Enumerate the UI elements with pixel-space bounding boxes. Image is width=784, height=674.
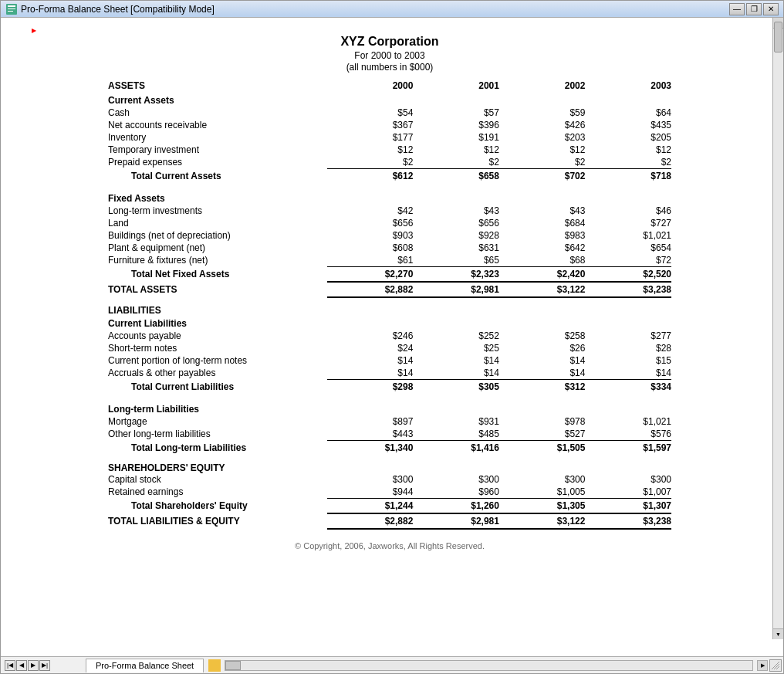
indicator-area: ▶ xyxy=(8,25,771,35)
current-liabilities-header: Current Liabilities xyxy=(108,316,327,330)
accruals-2003: $14 xyxy=(585,367,671,380)
total-ca-2000: $612 xyxy=(327,169,414,184)
total-le-2000: $2,882 xyxy=(327,513,414,529)
mortgage-row: Mortgage $897 $931 $978 $1,021 xyxy=(108,415,671,428)
furniture-fixtures-row: Furniture & fixtures (net) $61 $65 $68 $… xyxy=(108,254,671,267)
sheet-tab[interactable]: Pro-Forma Balance Sheet xyxy=(86,659,204,672)
restore-button[interactable]: ❐ xyxy=(746,3,762,15)
first-sheet-button[interactable]: |◀ xyxy=(5,660,15,671)
scroll-down-button[interactable]: ▼ xyxy=(773,628,783,639)
total-shareholders-equity-row: Total Shareholders' Equity $1,244 $1,260… xyxy=(108,499,671,514)
lt-investments-label: Long-term investments xyxy=(108,205,327,217)
close-button[interactable]: ✕ xyxy=(763,3,779,15)
stn-2003: $28 xyxy=(585,342,671,354)
window-title: Pro-Forma Balance Sheet [Compatibility M… xyxy=(21,4,729,15)
content-area: ▶ XYZ Corporation For 2000 to 2003 (all … xyxy=(1,18,783,656)
inventory-row: Inventory $177 $191 $203 $205 xyxy=(108,131,671,144)
temp-inv-2001: $12 xyxy=(413,144,499,156)
total-lt-liabilities-row: Total Long-term Liabilities $1,340 $1,41… xyxy=(108,441,671,456)
plant-equipment-label: Plant & equipment (net) xyxy=(108,242,327,254)
cash-2000: $54 xyxy=(327,107,414,119)
re-2001: $960 xyxy=(413,486,499,499)
resize-handle[interactable] xyxy=(769,659,782,672)
vertical-scrollbar[interactable]: ▲ ▼ xyxy=(772,18,783,639)
stn-2001: $25 xyxy=(413,342,499,354)
net-ar-2003: $435 xyxy=(585,119,671,131)
total-ca-2003: $718 xyxy=(585,169,671,184)
accruals-label: Accruals & other payables xyxy=(108,367,327,380)
total-nfa-label: Total Net Fixed Assets xyxy=(108,267,327,283)
column-header-row: ASSETS 2000 2001 2002 2003 xyxy=(108,79,671,93)
sheet-tab-icon xyxy=(208,659,221,672)
cash-label: Cash xyxy=(108,107,327,119)
svg-rect-3 xyxy=(8,11,13,12)
total-cl-2000: $298 xyxy=(327,380,414,395)
balance-sheet-table: ASSETS 2000 2001 2002 2003 Current Asset… xyxy=(108,79,671,530)
bottom-bar: |◀ ◀ ▶ ▶| Pro-Forma Balance Sheet ▶ xyxy=(1,656,783,673)
cash-2002: $59 xyxy=(499,107,586,119)
other-lt-2000: $443 xyxy=(327,428,414,441)
other-lt-liabilities-row: Other long-term liabilities $443 $485 $5… xyxy=(108,428,671,441)
accruals-2001: $14 xyxy=(413,367,499,380)
net-ar-2000: $367 xyxy=(327,119,414,131)
year-2000-header: 2000 xyxy=(327,79,414,93)
buildings-label: Buildings (net of depreciation) xyxy=(108,229,327,242)
mortgage-2001: $931 xyxy=(413,415,499,428)
scroll-right-end-button[interactable]: ▶ xyxy=(757,660,768,671)
ap-2003: $277 xyxy=(585,330,671,342)
title-bar: Pro-Forma Balance Sheet [Compatibility M… xyxy=(1,1,783,18)
re-2000: $944 xyxy=(327,486,414,499)
temp-inv-2003: $12 xyxy=(585,144,671,156)
temp-investment-label: Temporary investment xyxy=(108,144,327,156)
temp-inv-2002: $12 xyxy=(499,144,586,156)
land-row: Land $656 $656 $684 $727 xyxy=(108,217,671,229)
minimize-button[interactable]: — xyxy=(729,3,745,15)
total-se-2000: $1,244 xyxy=(327,499,414,514)
spacer-1 xyxy=(108,183,671,191)
total-ltl-2000: $1,340 xyxy=(327,441,414,456)
other-lt-2002: $527 xyxy=(499,428,586,441)
inventory-2000: $177 xyxy=(327,131,414,144)
total-ltl-2001: $1,416 xyxy=(413,441,499,456)
current-portion-label: Current portion of long-term notes xyxy=(108,354,327,367)
buildings-row: Buildings (net of depreciation) $903 $92… xyxy=(108,229,671,242)
total-ca-2002: $702 xyxy=(499,169,586,184)
cplt-2003: $15 xyxy=(585,354,671,367)
cash-2001: $57 xyxy=(413,107,499,119)
buildings-2001: $928 xyxy=(413,229,499,242)
h-scroll-thumb[interactable] xyxy=(225,661,241,670)
next-sheet-button[interactable]: ▶ xyxy=(28,660,39,671)
cs-2001: $300 xyxy=(413,473,499,486)
mortgage-2000: $897 xyxy=(327,415,414,428)
prepaid-2000: $2 xyxy=(327,156,414,169)
temp-investment-row: Temporary investment $12 $12 $12 $12 xyxy=(108,144,671,156)
prepaid-label: Prepaid expenses xyxy=(108,156,327,169)
prepaid-expenses-row: Prepaid expenses $2 $2 $2 $2 xyxy=(108,156,671,169)
prev-sheet-button[interactable]: ◀ xyxy=(16,660,27,671)
current-assets-header: Current Assets xyxy=(108,93,327,107)
total-current-assets-label: Total Current Assets xyxy=(108,169,327,184)
inventory-2002: $203 xyxy=(499,131,586,144)
inventory-2003: $205 xyxy=(585,131,671,144)
capital-stock-label: Capital stock xyxy=(108,473,327,486)
cs-2003: $300 xyxy=(585,473,671,486)
total-le-2001: $2,981 xyxy=(413,513,499,529)
prepaid-2002: $2 xyxy=(499,156,586,169)
total-ca-2001: $658 xyxy=(413,169,499,184)
total-ltl-2002: $1,505 xyxy=(499,441,586,456)
fixed-assets-header: Fixed Assets xyxy=(108,191,327,205)
total-cl-label: Total Current Liabilities xyxy=(108,380,327,395)
cs-2002: $300 xyxy=(499,473,586,486)
scroll-thumb[interactable] xyxy=(774,22,782,52)
current-assets-header-row: Current Assets xyxy=(108,93,671,107)
re-2003: $1,007 xyxy=(585,486,671,499)
horizontal-scrollbar[interactable] xyxy=(225,660,753,671)
plant-2003: $654 xyxy=(585,242,671,254)
mortgage-2003: $1,021 xyxy=(585,415,671,428)
inventory-2001: $191 xyxy=(413,131,499,144)
short-term-notes-row: Short-term notes $24 $25 $26 $28 xyxy=(108,342,671,354)
cplt-2001: $14 xyxy=(413,354,499,367)
last-sheet-button[interactable]: ▶| xyxy=(39,660,50,671)
accounts-payable-label: Accounts payable xyxy=(108,330,327,342)
buildings-2003: $1,021 xyxy=(585,229,671,242)
